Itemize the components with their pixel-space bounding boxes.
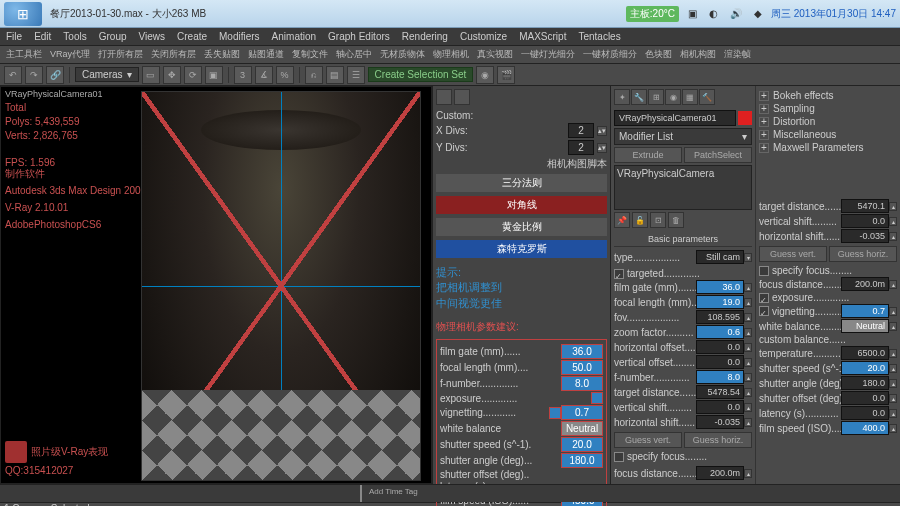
tb-chan[interactable]: 贴图通道 — [248, 48, 284, 61]
spinner[interactable]: ▴ — [889, 217, 897, 226]
menu-rendering[interactable]: Rendering — [402, 31, 448, 42]
render-icon[interactable]: 🎬 — [497, 66, 515, 84]
move-icon[interactable]: ✥ — [163, 66, 181, 84]
expand-icon[interactable]: + — [759, 117, 769, 127]
spinner[interactable]: ▴ — [744, 298, 752, 307]
tray-icon[interactable]: ◆ — [751, 8, 765, 19]
spinner[interactable]: ▴ — [889, 280, 897, 289]
param-input[interactable]: 0.0 — [841, 214, 889, 228]
menu-tentacles[interactable]: Tentacles — [578, 31, 620, 42]
param-input[interactable]: 8.0 — [561, 376, 603, 391]
modifier-list-dropdown[interactable]: Modifier List▾ — [614, 128, 752, 145]
expand-icon[interactable]: + — [759, 143, 769, 153]
align-icon[interactable]: ▤ — [326, 66, 344, 84]
guess-horiz-button[interactable]: Guess horiz. — [684, 432, 752, 448]
spinner[interactable]: ▴ — [744, 388, 752, 397]
redo-icon[interactable]: ↷ — [25, 66, 43, 84]
viewport[interactable]: VRayPhysicalCamera01 Total Polys: 5,439,… — [0, 86, 432, 484]
menu-edit[interactable]: Edit — [34, 31, 51, 42]
expand-icon[interactable]: + — [759, 104, 769, 114]
param-input[interactable]: 0.0 — [841, 391, 889, 405]
param-input[interactable]: 36.0 — [696, 280, 744, 294]
tb-real[interactable]: 真实视图 — [477, 48, 513, 61]
angle-snap-icon[interactable]: ∡ — [255, 66, 273, 84]
guess-vert-button[interactable]: Guess vert. — [759, 246, 827, 262]
param-input[interactable]: 0.0 — [696, 355, 744, 369]
param-input[interactable]: 0.6 — [696, 325, 744, 339]
spinner[interactable]: ▴▾ — [597, 126, 607, 136]
rollout-header[interactable]: +Maxwell Parameters — [759, 141, 897, 154]
spinner[interactable]: ▴ — [744, 418, 752, 427]
create-tab-icon[interactable]: ✦ — [614, 89, 630, 105]
undo-icon[interactable]: ↶ — [4, 66, 22, 84]
lock-icon[interactable]: 🔓 — [632, 212, 648, 228]
param-input[interactable]: 0.0 — [841, 406, 889, 420]
param-input[interactable]: 180.0 — [561, 453, 603, 468]
config-icon[interactable]: ⊡ — [650, 212, 666, 228]
tb-cam[interactable]: 相机构图 — [680, 48, 716, 61]
tb-main[interactable]: 主工具栏 — [6, 48, 42, 61]
clock[interactable]: 周三 2013年01月30日 14:47 — [771, 7, 896, 21]
spinner[interactable]: ▴ — [889, 349, 897, 358]
link-icon[interactable]: 🔗 — [46, 66, 64, 84]
temp-widget[interactable]: 主板:20°C — [626, 6, 679, 22]
tray-icon[interactable]: ▣ — [685, 8, 700, 19]
spinner[interactable]: ▴ — [889, 232, 897, 241]
modify-tab-icon[interactable]: 🔧 — [631, 89, 647, 105]
diagonal-button[interactable]: 对角线 — [436, 196, 607, 214]
modifier-stack[interactable]: VRayPhysicalCamera — [614, 165, 752, 210]
menu-create[interactable]: Create — [177, 31, 207, 42]
rotate-icon[interactable]: ⟳ — [184, 66, 202, 84]
extrude-button[interactable]: Extrude — [614, 147, 682, 163]
hierarchy-tab-icon[interactable]: ⊞ — [648, 89, 664, 105]
guess-vert-button[interactable]: Guess vert. — [614, 432, 682, 448]
param-input[interactable]: Neutral — [841, 319, 889, 333]
checkbox[interactable] — [549, 407, 561, 419]
mirror-icon[interactable]: ⎌ — [305, 66, 323, 84]
display-tab-icon[interactable]: ▦ — [682, 89, 698, 105]
param-input[interactable]: 0.7 — [841, 304, 889, 318]
tray-icon[interactable]: 🔊 — [727, 8, 745, 19]
spinner[interactable]: ▴▾ — [597, 143, 607, 153]
param-input[interactable]: 8.0 — [696, 370, 744, 384]
param-input[interactable]: 20.0 — [841, 361, 889, 375]
strk-button[interactable]: 森特克罗斯 — [436, 240, 607, 258]
param-input[interactable]: 6500.0 — [841, 346, 889, 360]
checkbox[interactable] — [614, 269, 624, 279]
tray-icon[interactable]: ◐ — [706, 8, 721, 19]
param-input[interactable]: 50.0 — [561, 360, 603, 375]
tb-open[interactable]: 打开所有层 — [98, 48, 143, 61]
checkbox[interactable] — [591, 392, 603, 404]
param-input[interactable]: 0.0 — [696, 400, 744, 414]
menu-modifiers[interactable]: Modifiers — [219, 31, 260, 42]
specify-focus-check[interactable] — [614, 452, 624, 462]
spinner[interactable]: ▴ — [744, 328, 752, 337]
time-tag[interactable]: Add Time Tag — [369, 487, 418, 496]
menu-grapheditors[interactable]: Graph Editors — [328, 31, 390, 42]
spinner[interactable]: ▴ — [889, 424, 897, 433]
param-input[interactable]: 19.0 — [696, 295, 744, 309]
menu-group[interactable]: Group — [99, 31, 127, 42]
scale-icon[interactable]: ▣ — [205, 66, 223, 84]
spinner[interactable]: ▴ — [889, 202, 897, 211]
rollout-header[interactable]: +Sampling — [759, 102, 897, 115]
param-input[interactable]: 400.0 — [841, 421, 889, 435]
tb-color[interactable]: 色块图 — [645, 48, 672, 61]
spinner[interactable]: ▴ — [744, 343, 752, 352]
tb-copy[interactable]: 复制文件 — [292, 48, 328, 61]
checkbox[interactable] — [759, 306, 769, 316]
param-input[interactable]: 0.0 — [696, 340, 744, 354]
rule3-button[interactable]: 三分法则 — [436, 174, 607, 192]
selection-set-input[interactable]: Create Selection Set — [368, 67, 474, 82]
start-button[interactable]: ⊞ — [4, 2, 42, 26]
golden-button[interactable]: 黄金比例 — [436, 218, 607, 236]
checkbox[interactable] — [759, 293, 769, 303]
menu-file[interactable]: File — [6, 31, 22, 42]
object-color[interactable] — [738, 111, 752, 125]
rollout-header[interactable]: +Distortion — [759, 115, 897, 128]
panel-icon[interactable] — [436, 89, 452, 105]
expand-icon[interactable]: + — [759, 91, 769, 101]
spinner[interactable]: ▴ — [889, 307, 897, 316]
tb-close[interactable]: 关闭所有层 — [151, 48, 196, 61]
menu-tools[interactable]: Tools — [63, 31, 86, 42]
